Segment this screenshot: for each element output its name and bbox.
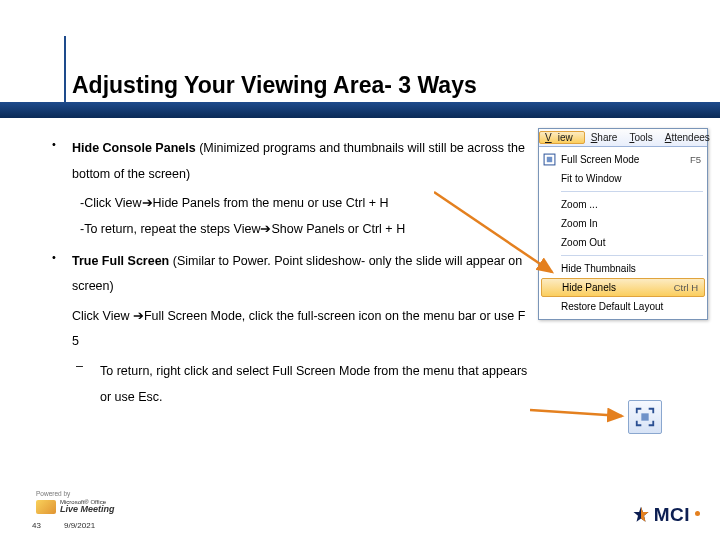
slide-title: Adjusting Your Viewing Area- 3 Ways: [72, 72, 477, 99]
bullet-dot: •: [52, 249, 72, 300]
svg-marker-6: [641, 507, 649, 522]
svg-rect-4: [641, 413, 648, 420]
mci-logo: MCI: [632, 504, 700, 526]
menu-tools[interactable]: Tools: [623, 132, 658, 143]
menu-attendees[interactable]: Attendees: [659, 132, 716, 143]
svg-line-3: [530, 410, 622, 416]
view-menu-screenshot: View Share Tools Attendees A Full Screen…: [538, 128, 708, 320]
menu-item-full-screen-mode[interactable]: Full Screen ModeF5: [539, 150, 707, 169]
menu-item-zoom-out[interactable]: Zoom Out: [539, 233, 707, 252]
dash-icon: –: [76, 359, 100, 410]
bullet-2-line: Click View ➔Full Screen Mode, click the …: [72, 304, 532, 355]
slide-date: 9/9/2021: [64, 521, 95, 530]
svg-rect-1: [547, 157, 552, 162]
menu-item-hide-thumbnails[interactable]: Hide Thumbnails: [539, 259, 707, 278]
header-banner: [0, 102, 720, 118]
menu-share[interactable]: Share: [585, 132, 624, 143]
fullscreen-icon: [542, 152, 557, 167]
menu-a[interactable]: A: [716, 132, 720, 143]
powered-by-badge: Powered by Microsoft® Office Live Meetin…: [36, 490, 130, 514]
bullet-dot: •: [52, 136, 72, 187]
menu-view[interactable]: View: [539, 131, 585, 144]
star-icon: [632, 506, 650, 524]
menu-item-hide-panels[interactable]: Hide PanelsCtrl H: [541, 278, 705, 297]
bullet-2: True Full Screen (Similar to Power. Poin…: [72, 249, 532, 300]
bullet-2-dash: To return, right click and select Full S…: [100, 359, 532, 410]
page-number: 43: [32, 521, 41, 530]
menu-item-zoom-[interactable]: Zoom ...: [539, 195, 707, 214]
bullet-1-sub-2: -To return, repeat the steps View➔Show P…: [80, 217, 532, 243]
menu-item-restore-default-layout[interactable]: Restore Default Layout: [539, 297, 707, 316]
fullscreen-toolbar-icon[interactable]: [628, 400, 662, 434]
bullet-1-sub-1: -Click View➔Hide Panels from the menu or…: [80, 191, 532, 217]
menu-item-zoom-in[interactable]: Zoom In: [539, 214, 707, 233]
menu-bar: View Share Tools Attendees A: [539, 129, 707, 147]
slide-body: • Hide Console Panels (Minimized program…: [52, 136, 532, 410]
bullet-1: Hide Console Panels (Minimized programs …: [72, 136, 532, 187]
menu-item-fit-to-window[interactable]: Fit to Window: [539, 169, 707, 188]
arrow-to-fullscreen-icon: [530, 406, 630, 426]
live-meeting-icon: [36, 500, 56, 514]
